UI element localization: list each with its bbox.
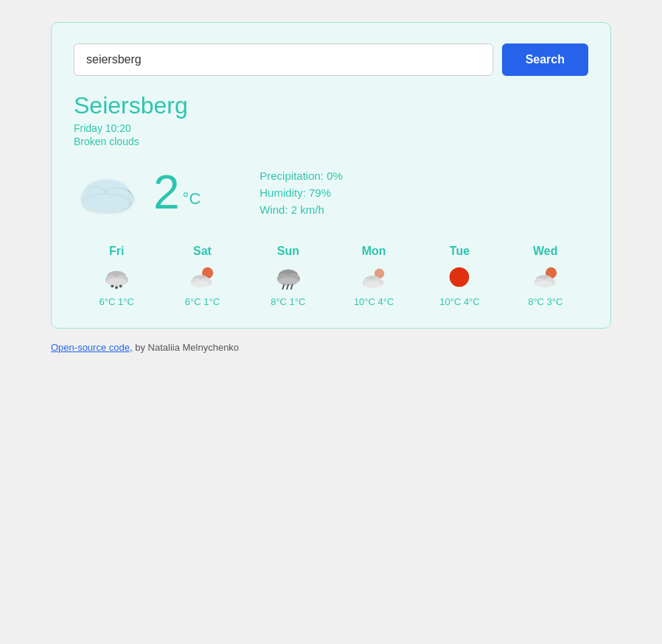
forecast-temps: 6°C 1°C [100, 296, 134, 307]
footer: Open-source code, by Nataliia Melnychenk… [51, 342, 611, 353]
condition-text: Broken clouds [74, 136, 588, 147]
svg-point-29 [364, 281, 381, 289]
forecast-day-label: Sun [277, 245, 299, 258]
city-name: Seiersberg [74, 92, 588, 119]
forecast-day: Sat 6°C 1°C [169, 245, 235, 307]
footer-author: by Nataliia Melnychenko [133, 342, 240, 353]
forecast-icon [531, 262, 560, 292]
svg-point-11 [115, 286, 118, 289]
svg-point-12 [119, 284, 122, 287]
forecast-day: Sun 8°C 1°C [255, 245, 321, 307]
forecast-icon [273, 262, 303, 292]
search-button[interactable]: Search [502, 43, 588, 76]
current-weather-icon [74, 167, 140, 218]
forecast-day: Fri 6°C 1°C [83, 245, 150, 307]
precipitation: Precipitation: 0% [259, 169, 343, 182]
footer-link[interactable]: Open-source code, [51, 342, 133, 353]
current-weather: 2°C Precipitation: 0% Humidity: 79% Wind… [74, 167, 588, 218]
forecast-day: Mon 10°C 4°C [341, 245, 407, 307]
forecast-day-label: Sat [193, 245, 212, 258]
svg-point-5 [83, 195, 130, 212]
forecast-day-label: Wed [533, 245, 557, 258]
forecast-day: Tue 10°C 4°C [426, 245, 492, 307]
date-time: Friday 10:20 [74, 122, 588, 134]
app-wrapper: Search Seiersberg Friday 10:20 Broken cl… [51, 22, 611, 353]
forecast-temps: 8°C 1°C [271, 296, 305, 307]
forecast-icon [102, 262, 131, 292]
temp-unit: °C [183, 189, 201, 208]
svg-point-17 [192, 281, 209, 288]
svg-point-30 [450, 267, 470, 287]
forecast-temps: 10°C 4°C [439, 296, 479, 307]
svg-point-35 [535, 281, 552, 288]
wind: Wind: 2 km/h [259, 203, 343, 216]
svg-point-9 [107, 278, 127, 286]
forecast-day-label: Fri [109, 245, 124, 258]
humidity: Humidity: 79% [259, 186, 343, 199]
forecast-day: Wed 8°C 3°C [512, 245, 579, 307]
forecast-temps: 6°C 1°C [185, 296, 220, 307]
forecast-icon [187, 262, 217, 292]
forecast-row: Fri 6°C 1°CSat 6°C 1°CSun [74, 245, 588, 307]
svg-line-24 [291, 284, 293, 289]
search-row: Search [74, 43, 588, 76]
weather-card: Search Seiersberg Friday 10:20 Broken cl… [51, 22, 611, 329]
forecast-icon [445, 262, 474, 292]
forecast-icon [359, 262, 389, 292]
search-input[interactable] [74, 43, 493, 76]
forecast-day-label: Tue [450, 245, 470, 258]
temperature-display: 2°C [153, 169, 201, 216]
svg-line-22 [282, 284, 284, 289]
forecast-temps: 10°C 4°C [354, 296, 394, 307]
weather-details: Precipitation: 0% Humidity: 79% Wind: 2 … [259, 169, 343, 216]
svg-point-10 [111, 284, 114, 287]
forecast-day-label: Mon [362, 245, 386, 258]
forecast-temps: 8°C 3°C [528, 296, 562, 307]
